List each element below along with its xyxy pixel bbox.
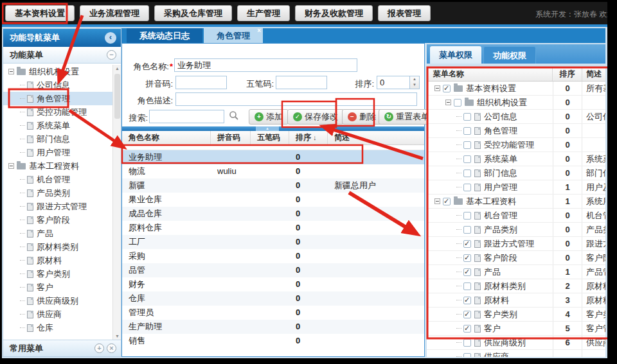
permission-row[interactable]: 原材料类别2原材料	[427, 279, 605, 293]
sidebar-item[interactable]: 客户阶段	[3, 213, 112, 227]
sidebar-item[interactable]: 基本工程资料	[3, 159, 112, 173]
column-header-wubi[interactable]: 五笔码	[251, 131, 289, 144]
sort-input[interactable]	[377, 76, 410, 89]
splitter-bar[interactable]: ▲	[122, 126, 424, 131]
table-row[interactable]: 新疆0新疆总用户	[122, 178, 424, 193]
scrollbar-thumb[interactable]	[114, 74, 120, 119]
sidebar-scrollbar[interactable]: ▲ ▼	[112, 65, 121, 340]
close-icon[interactable]: ×	[107, 343, 116, 353]
expand-icon[interactable]	[8, 69, 14, 74]
sidebar-item[interactable]: 机台管理	[3, 173, 112, 186]
sidebar-item[interactable]: 部门信息	[3, 132, 112, 146]
column-header-desc[interactable]: 简述	[582, 67, 605, 81]
table-row[interactable]: 生产助理0	[122, 320, 424, 334]
checkbox[interactable]	[463, 268, 471, 276]
table-row[interactable]: 工厂0	[122, 235, 424, 249]
permission-row[interactable]: 机台管理0机台管	[427, 209, 605, 223]
permission-row[interactable]: 供应商	[427, 350, 605, 357]
checkbox[interactable]	[463, 339, 471, 347]
permission-row[interactable]: 用户管理1用户及	[427, 180, 605, 195]
tab-system-log[interactable]: 系统动态日志	[127, 28, 202, 43]
column-header-menu-name[interactable]: 菜单名称	[427, 67, 553, 81]
checkbox[interactable]	[463, 353, 471, 358]
checkbox[interactable]	[463, 155, 471, 163]
collapse-handle-icon[interactable]: ▲	[256, 126, 279, 131]
permission-row[interactable]: 产品1产品管	[427, 265, 605, 279]
search-icon[interactable]	[229, 110, 239, 121]
table-row[interactable]: 原料仓库0	[122, 221, 424, 235]
table-row[interactable]: 财务0	[122, 277, 424, 291]
permission-row[interactable]: 原材料3原材料	[427, 293, 605, 308]
sidebar-item[interactable]: 角色管理	[3, 92, 112, 105]
checkbox[interactable]	[463, 169, 471, 177]
sidebar-item[interactable]: 系统菜单	[3, 119, 112, 132]
table-row[interactable]: 销售0	[122, 334, 424, 348]
table-row[interactable]: 果业仓库0	[122, 193, 424, 207]
menu-button[interactable]: 财务及收款管理	[295, 5, 373, 21]
checkbox[interactable]	[454, 99, 461, 107]
menu-button[interactable]: 生产管理	[237, 5, 290, 21]
sidebar-item[interactable]: 跟进方式管理	[3, 200, 112, 213]
sidebar-item[interactable]: 产品类别	[3, 186, 112, 200]
permission-row[interactable]: 角色管理0	[427, 124, 605, 138]
checkbox[interactable]	[463, 254, 471, 262]
sidebar-item[interactable]: 供应商级别	[3, 294, 112, 308]
checkbox[interactable]	[443, 198, 451, 205]
checkbox[interactable]	[463, 282, 471, 290]
minus-icon[interactable]: −	[107, 50, 116, 60]
scroll-down-icon[interactable]: ▼	[115, 334, 120, 338]
expand-icon[interactable]	[8, 163, 14, 169]
checkbox[interactable]	[443, 85, 451, 92]
scroll-up-icon[interactable]: ▲	[115, 66, 120, 71]
table-row[interactable]: 采购0	[122, 249, 424, 263]
permission-row[interactable]: 客户类别4客户类	[427, 308, 605, 322]
column-header-pinyin[interactable]: 拼音码	[211, 131, 251, 144]
expand-icon[interactable]	[445, 100, 451, 105]
number-spinner[interactable]: ▲▼	[410, 76, 420, 89]
menu-button[interactable]: 采购及仓库管理	[154, 5, 232, 21]
checkbox[interactable]	[463, 184, 471, 191]
save-button[interactable]: ✓保存修改	[287, 109, 344, 125]
checkbox[interactable]	[463, 212, 471, 220]
column-header-name[interactable]: 角色名称	[122, 131, 211, 144]
wubi-input[interactable]	[276, 76, 327, 89]
table-row[interactable]: 仓库0	[122, 291, 424, 306]
menu-button[interactable]: 基本资料设置	[5, 5, 75, 21]
checkbox[interactable]	[463, 127, 471, 135]
tab-close-icon[interactable]: ×	[257, 28, 261, 34]
permission-row[interactable]: 产品类别0产品类	[427, 223, 605, 237]
plus-icon[interactable]: +	[94, 343, 104, 353]
checkbox[interactable]	[463, 113, 471, 121]
permission-row[interactable]: 系统菜单0系统菜	[427, 152, 605, 166]
permission-row[interactable]: 组织机构设置0	[427, 96, 605, 110]
checkbox[interactable]	[463, 325, 471, 333]
pinyin-input[interactable]	[175, 76, 227, 89]
table-row[interactable]: 成品仓库0	[122, 207, 424, 221]
delete-button[interactable]: −删除	[342, 109, 382, 125]
tab-function-permission[interactable]: 功能权限	[483, 46, 536, 64]
checkbox[interactable]	[463, 240, 471, 248]
sidebar-item[interactable]: 仓库	[3, 321, 112, 334]
checkbox[interactable]	[463, 311, 471, 318]
role-desc-input[interactable]	[175, 92, 417, 106]
column-header-desc[interactable]: 简述	[328, 131, 422, 144]
sidebar-item[interactable]: 产品	[3, 227, 112, 240]
role-name-input[interactable]	[174, 58, 357, 72]
sidebar-item[interactable]: 客户类别	[3, 267, 112, 281]
checkbox[interactable]	[463, 226, 471, 234]
checkbox[interactable]	[463, 141, 471, 149]
checkbox[interactable]	[463, 297, 471, 304]
sidebar-item[interactable]: 公司信息	[3, 78, 112, 92]
table-row[interactable]: 品管0	[122, 263, 424, 277]
permission-row[interactable]: 跟进方式管理0跟进方	[427, 237, 605, 251]
column-header-sort[interactable]: 排序↓	[289, 131, 328, 144]
permission-row[interactable]: 客户5客户管	[427, 322, 605, 336]
sidebar-item[interactable]: 原材料类别	[3, 240, 112, 254]
tab-role-management[interactable]: 角色管理 ×	[204, 28, 263, 43]
expand-icon[interactable]	[434, 198, 440, 204]
sidebar-item[interactable]: 组织机构设置	[3, 65, 112, 78]
table-row[interactable]: 管理员0	[122, 306, 424, 320]
common-menu-panel-header[interactable]: 常用菜单 + ×	[3, 340, 121, 356]
table-row[interactable]: 物流wuliu0	[122, 164, 424, 178]
search-input[interactable]	[149, 110, 224, 123]
